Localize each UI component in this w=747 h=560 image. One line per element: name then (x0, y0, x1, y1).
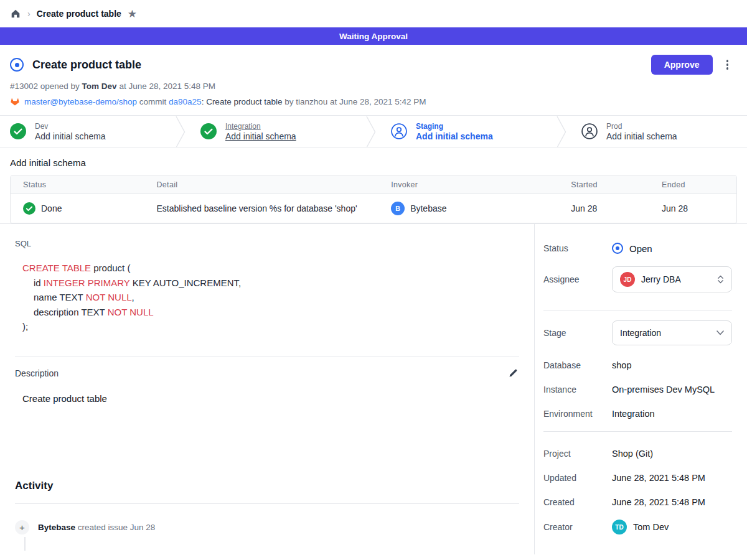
project-label: Project (543, 449, 612, 459)
plus-icon: + (15, 520, 29, 534)
col-ended: Ended (649, 176, 736, 194)
task-status: Done (41, 203, 62, 213)
chevron-down-icon (716, 330, 724, 335)
creator-value: Tom Dev (633, 522, 669, 532)
divider (15, 357, 519, 357)
stage-separator (176, 116, 186, 148)
check-circle-icon (23, 202, 35, 215)
open-status-icon (612, 243, 623, 254)
commit-label: commit (137, 97, 169, 106)
instance-label: Instance (543, 385, 612, 394)
stage-integration[interactable]: IntegrationAdd initial schema (186, 116, 366, 147)
activity-author: Bytebase (38, 523, 75, 532)
breadcrumb-title[interactable]: Create product table (37, 9, 121, 19)
activity-item: + Bytebase created issue Jun 28 (15, 520, 519, 534)
stage-task-label: Add initial schema (416, 131, 493, 141)
col-status: Status (11, 176, 144, 194)
created-value: June 28, 2021 5:48 PM (612, 497, 705, 507)
issue-open-icon (10, 58, 24, 72)
instance-value[interactable]: On-premises Dev MySQL (612, 385, 715, 394)
stage-value: Integration (620, 328, 710, 338)
project-value[interactable]: Shop (Git) (612, 449, 653, 459)
breadcrumb: › Create product table ★ (0, 0, 747, 27)
person-circle-icon (581, 123, 598, 139)
stage-env-label: Staging (416, 122, 493, 131)
status-banner: Waiting Approval (0, 27, 747, 45)
sql-label: SQL (15, 239, 519, 248)
database-label: Database (543, 360, 612, 370)
task-section: Add initial schema Status Detail Invoker… (0, 147, 747, 223)
issue-meta: #13002 opened by Tom Dev at June 28, 202… (10, 82, 737, 91)
commit-hash-link[interactable]: da90a25 (169, 97, 202, 106)
updated-value: June 28, 2021 5:48 PM (612, 473, 705, 483)
assignee-value: Jerry DBA (641, 274, 711, 284)
task-section-title: Add initial schema (10, 157, 737, 168)
commit-byline: by tianzhou at June 28, 2021 5:42 PM (282, 97, 426, 106)
stage-select[interactable]: Integration (612, 320, 732, 345)
person-circle-icon (391, 123, 407, 139)
star-icon[interactable]: ★ (128, 9, 137, 19)
stage-env-label: Prod (606, 122, 677, 131)
task-invoker: Bytebase (410, 203, 446, 213)
description-label: Description (15, 368, 59, 378)
status-label: Status (543, 243, 612, 253)
sql-code: CREATE TABLE product ( id INTEGER PRIMAR… (22, 261, 519, 334)
created-label: Created (543, 497, 612, 507)
environment-label: Environment (543, 409, 612, 419)
issue-time: at June 28, 2021 5:48 PM (117, 82, 215, 91)
check-circle-icon (10, 123, 26, 139)
status-banner-text: Waiting Approval (339, 32, 408, 41)
table-header-row: Status Detail Invoker Started Ended (11, 176, 736, 194)
description-text[interactable]: Create product table (22, 393, 519, 404)
stage-separator (366, 116, 376, 148)
stage-label: Stage (543, 328, 612, 338)
stage-dev[interactable]: DevAdd initial schema (0, 116, 176, 147)
branch-link[interactable]: master@bytebase-demo/shop (24, 97, 137, 106)
stage-env-label: Integration (225, 122, 296, 131)
task-ended: Jun 28 (649, 196, 736, 221)
home-icon[interactable] (10, 8, 21, 19)
stage-task-label: Add initial schema (225, 131, 296, 141)
issue-id-text: #13002 opened by (10, 82, 82, 91)
updated-label: Updated (543, 473, 612, 483)
stage-task-label: Add initial schema (606, 131, 677, 141)
kebab-menu-icon[interactable] (724, 57, 731, 72)
pipeline: DevAdd initial schema IntegrationAdd ini… (0, 115, 747, 147)
task-table: Status Detail Invoker Started Ended Done… (10, 175, 737, 223)
stage-staging[interactable]: StagingAdd initial schema (376, 116, 557, 147)
divider (543, 310, 732, 310)
page-title: Create product table (32, 58, 651, 72)
assignee-select[interactable]: JD Jerry DBA (612, 266, 732, 292)
approve-button[interactable]: Approve (651, 55, 713, 75)
task-started: Jun 28 (558, 196, 649, 221)
timeline-line (24, 537, 26, 551)
updown-icon (717, 274, 724, 284)
activity-action: created issue Jun 28 (75, 523, 155, 532)
creator-label: Creator (543, 522, 612, 532)
divider (543, 431, 732, 432)
divider (15, 503, 519, 504)
col-detail: Detail (144, 176, 379, 194)
environment-value[interactable]: Integration (612, 409, 655, 419)
task-detail: Established baseline version %s for data… (144, 196, 379, 221)
database-value[interactable]: shop (612, 360, 631, 370)
stage-separator (557, 116, 566, 148)
stage-env-label: Dev (35, 122, 106, 131)
creator-avatar: TD (612, 520, 627, 534)
assignee-avatar: JD (620, 272, 635, 287)
bytebase-avatar: B (391, 202, 405, 215)
commit-message: : Create product table (202, 97, 283, 106)
issue-author: Tom Dev (82, 82, 117, 91)
stage-task-label: Add initial schema (35, 131, 106, 141)
status-value: Open (629, 243, 652, 254)
col-started: Started (558, 176, 649, 194)
stage-prod[interactable]: ProdAdd initial schema (566, 116, 747, 147)
edit-pencil-icon[interactable] (507, 367, 519, 380)
table-row[interactable]: Done Established baseline version %s for… (11, 194, 736, 223)
gitlab-icon (10, 96, 20, 106)
activity-title: Activity (15, 480, 519, 492)
issue-header: Create product table Approve #13002 open… (0, 45, 747, 115)
chevron-right-icon: › (27, 9, 31, 19)
issue-body: SQL CREATE TABLE product ( id INTEGER PR… (0, 224, 534, 554)
issue-sidebar: Status Open Assignee JD Jerry DBA Stage … (534, 224, 747, 554)
